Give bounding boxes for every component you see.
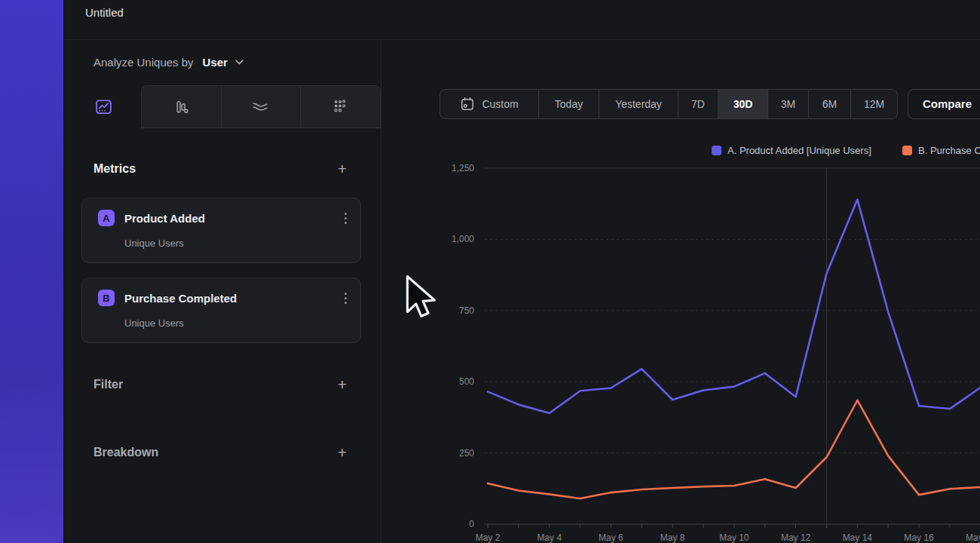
- range-custom-label: Custom: [482, 98, 518, 110]
- analyze-uniques-by-control[interactable]: Analyze Uniques by User: [93, 56, 243, 69]
- bar-chart-icon: [172, 97, 191, 119]
- topbar-divider: [63, 39, 980, 40]
- filter-label: Filter: [93, 378, 123, 391]
- y-axis-tick-label: 500: [459, 376, 474, 387]
- series-line-b: [488, 400, 980, 499]
- legend-swatch-b: [902, 146, 912, 155]
- legend-item-b[interactable]: B. Purchase Completed [Unique Users]: [902, 145, 980, 156]
- x-axis-tick-label: May 6: [599, 532, 623, 543]
- metrics-header-row: Metrics +: [93, 161, 347, 176]
- range-6m[interactable]: 6M: [809, 90, 851, 118]
- y-axis-tick-label: 750: [459, 305, 474, 316]
- add-metric-button[interactable]: +: [338, 161, 347, 176]
- x-axis-tick-label: May 12: [781, 532, 811, 543]
- x-axis-tick-label: May 4: [537, 532, 562, 543]
- metrics-heading: Metrics: [93, 162, 136, 176]
- tab-retention[interactable]: [329, 98, 349, 118]
- tab-divider: [300, 86, 301, 128]
- filter-section-row: Filter +: [93, 377, 347, 392]
- legend-item-a[interactable]: A. Product Added [Unique Users]: [712, 145, 871, 156]
- analyze-prefix-label: Analyze Uniques by: [93, 56, 194, 69]
- analytics-app-window: Untitled Analyze Uniques by User: [0, 0, 980, 543]
- range-custom[interactable]: Custom: [440, 90, 539, 118]
- line-chart-icon: [94, 97, 113, 119]
- legend-label-a: A. Product Added [Unique Users]: [727, 145, 871, 156]
- line-chart[interactable]: 02505007501,0001,250May 2May 4May 6May 8…: [411, 157, 980, 543]
- y-axis-tick-label: 1,250: [452, 163, 474, 173]
- metric-b-title[interactable]: Purchase Completed: [124, 292, 237, 305]
- y-axis-tick-label: 0: [469, 519, 474, 529]
- compare-button[interactable]: Compare: [908, 89, 980, 119]
- x-axis-tick-label: May 16: [904, 532, 934, 543]
- kebab-menu-icon[interactable]: [345, 213, 347, 224]
- metric-b-badge: B: [98, 290, 115, 306]
- flows-icon: [250, 97, 270, 119]
- calendar-icon: [460, 97, 475, 112]
- range-3m[interactable]: 3M: [768, 90, 809, 118]
- tab-flows[interactable]: [250, 98, 270, 118]
- x-axis-tick-label: May 10: [719, 532, 749, 543]
- metric-a-badge: A: [98, 210, 115, 226]
- report-title[interactable]: Untitled: [85, 6, 124, 19]
- metric-card-a[interactable]: A Product Added Unique Users: [81, 198, 361, 263]
- series-line-a: [488, 200, 980, 413]
- legend-label-b: B. Purchase Completed [Unique Users]: [918, 145, 980, 156]
- retention-dots-icon: [329, 97, 349, 119]
- metric-a-title[interactable]: Product Added: [124, 212, 205, 225]
- metric-card-b[interactable]: B Purchase Completed Unique Users: [81, 278, 361, 343]
- range-7d[interactable]: 7D: [678, 90, 718, 118]
- metric-a-subtitle[interactable]: Unique Users: [124, 238, 184, 249]
- metric-b-subtitle[interactable]: Unique Users: [124, 318, 184, 329]
- tab-bar-chart[interactable]: [171, 98, 191, 118]
- range-yesterday[interactable]: Yesterday: [599, 90, 678, 118]
- legend-swatch-a: [712, 146, 721, 155]
- range-30d-selected[interactable]: 30D: [718, 90, 768, 118]
- x-axis-tick-label: May 8: [660, 532, 685, 543]
- x-axis-tick-label: May 18: [966, 532, 980, 543]
- range-12m[interactable]: 12M: [851, 90, 897, 118]
- x-axis-tick-label: May 2: [476, 532, 501, 543]
- kebab-menu-icon[interactable]: [345, 293, 347, 304]
- add-breakdown-button[interactable]: +: [338, 445, 347, 460]
- range-today[interactable]: Today: [539, 90, 599, 118]
- breakdown-label: Breakdown: [93, 446, 158, 459]
- breakdown-section-row: Breakdown +: [93, 445, 347, 460]
- analyze-value-dropdown[interactable]: User: [203, 56, 228, 69]
- x-axis-tick-label: May 14: [843, 532, 873, 543]
- y-axis-tick-label: 250: [459, 448, 474, 459]
- sidebar-divider: [381, 40, 381, 543]
- tab-insights-line-chart[interactable]: [93, 98, 113, 118]
- y-axis-tick-label: 1,000: [452, 234, 474, 244]
- add-filter-button[interactable]: +: [338, 377, 347, 392]
- tab-divider: [221, 86, 222, 128]
- date-range-selector: Custom Today Yesterday 7D 30D 3M 6M 12M: [439, 89, 898, 119]
- background-gradient-strip: [0, 0, 63, 543]
- chevron-down-icon: [235, 60, 243, 65]
